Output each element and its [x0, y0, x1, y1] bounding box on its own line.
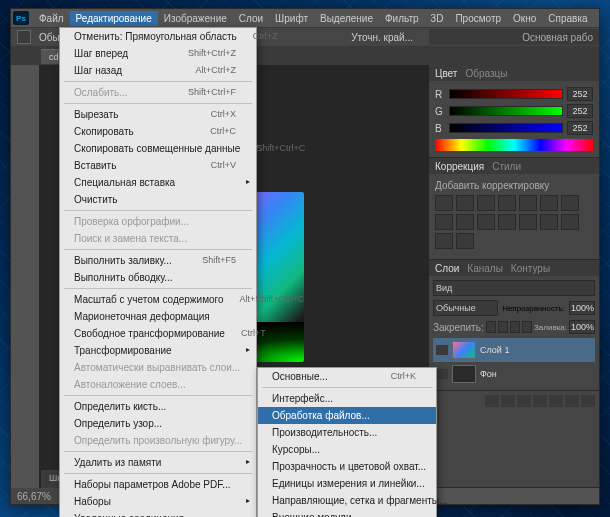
tool-slot-14[interactable] — [13, 333, 37, 351]
menu-фильтр[interactable]: Фильтр — [379, 11, 425, 26]
tool-slot-1[interactable] — [13, 86, 37, 104]
layer-kind-select[interactable]: Вид — [433, 280, 595, 296]
menu-item[interactable]: Удаленные соединения... — [60, 510, 256, 517]
menu-item[interactable]: ВставитьCtrl+V — [60, 157, 256, 174]
menu-item[interactable]: Марионеточная деформация — [60, 308, 256, 325]
adjustment-icon[interactable] — [498, 214, 516, 230]
menu-item[interactable]: Курсоры... — [258, 441, 436, 458]
color-slider-g[interactable] — [449, 106, 563, 116]
layer-action-icon[interactable] — [533, 395, 547, 407]
adjustment-icon[interactable] — [498, 195, 516, 211]
tab-paths[interactable]: Контуры — [511, 263, 550, 274]
adjustment-icon[interactable] — [435, 214, 453, 230]
color-value-b[interactable]: 252 — [567, 121, 593, 135]
tab-layers[interactable]: Слои — [435, 263, 459, 274]
menu-item[interactable]: Обработка файлов... — [258, 407, 436, 424]
tool-slot-8[interactable] — [13, 219, 37, 237]
menu-слои[interactable]: Слои — [233, 11, 269, 26]
menu-item[interactable]: СкопироватьCtrl+C — [60, 123, 256, 140]
zoom-level[interactable]: 66,67% — [17, 491, 51, 502]
tool-slot-9[interactable] — [13, 238, 37, 256]
adjustment-icon[interactable] — [561, 195, 579, 211]
menu-item[interactable]: Прозрачность и цветовой охват... — [258, 458, 436, 475]
tab-styles[interactable]: Стили — [492, 161, 521, 172]
tool-slot-0[interactable] — [13, 67, 37, 85]
color-slider-r[interactable] — [449, 89, 563, 99]
tool-slot-13[interactable] — [13, 314, 37, 332]
layer-thumbnail[interactable] — [452, 341, 476, 359]
tool-slot-18[interactable] — [13, 409, 37, 427]
menu-item[interactable]: Специальная вставка — [60, 174, 256, 191]
layer-row[interactable]: Слой 1 — [433, 338, 595, 362]
menu-шрифт[interactable]: Шрифт — [269, 11, 314, 26]
menu-item[interactable]: Скопировать совмещенные данныеShift+Ctrl… — [60, 140, 256, 157]
layer-thumbnail[interactable] — [452, 365, 476, 383]
adjustment-icon[interactable] — [477, 195, 495, 211]
menu-item[interactable]: Определить узор... — [60, 415, 256, 432]
menu-окно[interactable]: Окно — [507, 11, 542, 26]
menu-3d[interactable]: 3D — [425, 11, 450, 26]
menu-файл[interactable]: Файл — [33, 11, 70, 26]
adjustment-icon[interactable] — [540, 214, 558, 230]
layer-action-icon[interactable] — [581, 395, 595, 407]
adjustment-icon[interactable] — [519, 214, 537, 230]
menu-item[interactable]: Внешние модули... — [258, 509, 436, 517]
tool-slot-2[interactable] — [13, 105, 37, 123]
adjustment-icon[interactable] — [456, 233, 474, 249]
layer-action-icon[interactable] — [485, 395, 499, 407]
menu-выделение[interactable]: Выделение — [314, 11, 379, 26]
tool-slot-15[interactable] — [13, 352, 37, 370]
menu-item[interactable]: Трансформирование — [60, 342, 256, 359]
tool-slot-11[interactable] — [13, 276, 37, 294]
layer-row[interactable]: Фон — [433, 362, 595, 386]
tool-slot-12[interactable] — [13, 295, 37, 313]
menu-item[interactable]: Отменить: Прямоугольная областьCtrl+Z — [60, 28, 256, 45]
lock-position-icon[interactable] — [510, 321, 520, 333]
fill-value[interactable]: 100% — [569, 320, 595, 334]
menu-изображение[interactable]: Изображение — [158, 11, 233, 26]
adjustment-icon[interactable] — [477, 214, 495, 230]
selection-tool-icon[interactable] — [17, 30, 31, 44]
tab-swatches[interactable]: Образцы — [465, 68, 507, 79]
menu-item[interactable]: Шаг впередShift+Ctrl+Z — [60, 45, 256, 62]
menu-item[interactable]: Выполнить обводку... — [60, 269, 256, 286]
tool-slot-3[interactable] — [13, 124, 37, 142]
menu-item[interactable]: Удалить из памяти — [60, 454, 256, 471]
menu-item[interactable]: Направляющие, сетка и фрагменты... — [258, 492, 436, 509]
menu-item[interactable]: Очистить — [60, 191, 256, 208]
menu-item[interactable]: Масштаб с учетом содержимогоAlt+Shift+Ct… — [60, 291, 256, 308]
lock-transparency-icon[interactable] — [486, 321, 496, 333]
layer-action-icon[interactable] — [501, 395, 515, 407]
menu-редактирование[interactable]: Редактирование — [70, 11, 158, 26]
adjustment-icon[interactable] — [435, 233, 453, 249]
menu-item[interactable]: Выполнить заливку...Shift+F5 — [60, 252, 256, 269]
tool-slot-21[interactable] — [13, 466, 37, 484]
tool-slot-19[interactable] — [13, 428, 37, 446]
menu-item[interactable]: Единицы измерения и линейки... — [258, 475, 436, 492]
menu-item[interactable]: ВырезатьCtrl+X — [60, 106, 256, 123]
layer-action-icon[interactable] — [549, 395, 563, 407]
layer-action-icon[interactable] — [517, 395, 531, 407]
tool-slot-16[interactable] — [13, 371, 37, 389]
menu-item[interactable]: Основные...Ctrl+K — [258, 368, 436, 385]
tool-slot-4[interactable] — [13, 143, 37, 161]
spectrum-bar[interactable] — [435, 139, 593, 151]
menu-просмотр[interactable]: Просмотр — [449, 11, 507, 26]
adjustment-icon[interactable] — [435, 195, 453, 211]
color-slider-b[interactable] — [449, 123, 563, 133]
menu-item[interactable]: Наборы — [60, 493, 256, 510]
opacity-value[interactable]: 100% — [569, 301, 595, 315]
workspace-label[interactable]: Основная рабо — [522, 32, 593, 43]
menu-item[interactable]: Производительность... — [258, 424, 436, 441]
tool-slot-10[interactable] — [13, 257, 37, 275]
refine-edge-button[interactable]: Уточн. край... — [351, 32, 413, 43]
adjustment-icon[interactable] — [561, 214, 579, 230]
menu-item[interactable]: Свободное трансформированиеCtrl+T — [60, 325, 256, 342]
tool-slot-7[interactable] — [13, 200, 37, 218]
adjustment-icon[interactable] — [456, 195, 474, 211]
lock-all-icon[interactable] — [522, 321, 532, 333]
menu-item[interactable]: Интерфейс... — [258, 390, 436, 407]
tool-slot-6[interactable] — [13, 181, 37, 199]
menu-справка[interactable]: Справка — [542, 11, 593, 26]
lock-pixels-icon[interactable] — [498, 321, 508, 333]
